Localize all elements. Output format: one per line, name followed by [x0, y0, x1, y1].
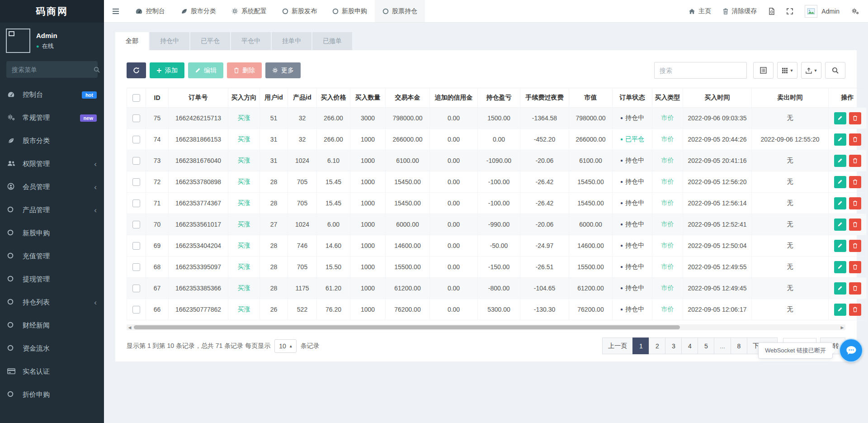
- page-2[interactable]: 2: [649, 337, 665, 354]
- row-delete-button[interactable]: [849, 282, 861, 295]
- clear-cache-link[interactable]: 清除缓存: [723, 7, 757, 15]
- page-3[interactable]: 3: [665, 337, 682, 354]
- filter-tab-0[interactable]: 全部: [115, 32, 149, 50]
- refresh-button[interactable]: [127, 62, 146, 78]
- sidebar-item-9[interactable]: 持仓列表‹: [0, 291, 104, 314]
- topnav-tab-3[interactable]: 新股发布: [274, 0, 325, 22]
- settings-gears-icon[interactable]: [851, 8, 859, 15]
- row-edit-button[interactable]: [834, 197, 846, 209]
- sidebar-item-5[interactable]: 产品管理‹: [0, 199, 104, 222]
- cell-profit_loss: 1500.00: [478, 108, 520, 129]
- page-8[interactable]: 8: [731, 337, 747, 354]
- filter-tab-2[interactable]: 已平仓: [190, 32, 230, 50]
- row-delete-button[interactable]: [849, 197, 861, 209]
- filter-tab-5[interactable]: 已撤单: [312, 32, 352, 50]
- page-prev[interactable]: 上一页: [602, 337, 633, 354]
- gear-icon: [272, 67, 278, 73]
- row-edit-button[interactable]: [834, 282, 846, 295]
- sidebar-item-7[interactable]: 充值管理: [0, 245, 104, 268]
- topnav-tab-0[interactable]: 控制台: [127, 0, 173, 22]
- sidebar-item-2[interactable]: 股市分类: [0, 129, 104, 152]
- row-edit-button[interactable]: [834, 112, 846, 124]
- row-edit-button[interactable]: [834, 133, 846, 146]
- delete-button[interactable]: 删除: [227, 62, 262, 78]
- row-checkbox[interactable]: [132, 157, 140, 165]
- topnav-tab-4[interactable]: 新股申购: [325, 0, 375, 22]
- scroll-right-arrow-icon[interactable]: ▶: [839, 324, 845, 330]
- export-button[interactable]: ▾: [801, 62, 821, 79]
- menu-toggle-icon[interactable]: [104, 0, 127, 22]
- customer-service-chat-button[interactable]: [840, 339, 862, 361]
- sidebar-item-10[interactable]: 财经新闻: [0, 314, 104, 337]
- row-checkbox[interactable]: [132, 114, 140, 122]
- toggle-view-button[interactable]: [753, 62, 774, 79]
- topnav-tab-2[interactable]: 系统配置: [224, 0, 274, 22]
- sidebar-item-13[interactable]: 折价申购: [0, 383, 104, 406]
- row-checkbox[interactable]: [132, 263, 140, 271]
- column-header-1: 订单号: [169, 88, 228, 108]
- websocket-tooltip: WebSocket 链接已断开: [758, 342, 833, 359]
- page-4[interactable]: 4: [681, 337, 698, 354]
- row-delete-button[interactable]: [849, 240, 861, 252]
- row-edit-button[interactable]: [834, 304, 846, 316]
- select-all-checkbox[interactable]: [132, 94, 140, 102]
- sidebar-item-4[interactable]: 会员管理‹: [0, 176, 104, 199]
- row-delete-button[interactable]: [849, 112, 861, 124]
- cell-principal: 15450.00: [386, 171, 430, 193]
- page-size-select[interactable]: 10▴: [274, 339, 297, 353]
- sidebar-item-1[interactable]: 常规管理new: [0, 106, 104, 129]
- row-delete-button[interactable]: [849, 304, 861, 316]
- row-checkbox[interactable]: [132, 178, 140, 186]
- scrollbar-thumb[interactable]: [134, 325, 680, 329]
- sidebar-item-3[interactable]: 权限管理‹: [0, 152, 104, 176]
- row-delete-button[interactable]: [849, 176, 861, 188]
- cell-fees: -26.51: [520, 257, 569, 278]
- table-search-input[interactable]: [654, 62, 747, 79]
- row-delete-button[interactable]: [849, 219, 861, 231]
- edit-button[interactable]: 编辑: [188, 62, 223, 78]
- cell-buy_time: 2022-09-05 12:56:14: [683, 193, 752, 214]
- search-button[interactable]: [825, 62, 845, 79]
- topnav-tab-1[interactable]: 股市分类: [173, 0, 224, 22]
- sidebar-item-12[interactable]: 实名认证: [0, 360, 104, 383]
- row-edit-button[interactable]: [834, 155, 846, 167]
- row-checkbox[interactable]: [132, 285, 140, 292]
- sidebar-item-6[interactable]: 新股申购: [0, 222, 104, 245]
- sidebar-search-input[interactable]: [12, 66, 94, 73]
- cell-select: [127, 235, 146, 257]
- row-edit-button[interactable]: [834, 261, 846, 273]
- row-checkbox[interactable]: [132, 200, 140, 207]
- row-delete-button[interactable]: [849, 133, 861, 146]
- horizontal-scrollbar[interactable]: ◀ ▶: [127, 324, 845, 330]
- row-delete-button[interactable]: [849, 155, 861, 167]
- user-menu[interactable]: Admin: [805, 5, 840, 18]
- more-button[interactable]: 更多: [265, 62, 301, 78]
- row-checkbox[interactable]: [132, 136, 140, 143]
- page-1[interactable]: 1: [632, 337, 649, 354]
- doc-refresh-icon[interactable]: [769, 8, 775, 15]
- fullscreen-icon[interactable]: [787, 8, 793, 14]
- row-delete-button[interactable]: [849, 261, 861, 273]
- filter-tab-1[interactable]: 持仓中: [150, 32, 189, 50]
- status-dot-icon: ●: [620, 307, 623, 312]
- brand-logo[interactable]: 码商网: [0, 0, 104, 23]
- cell-direction: 买涨: [228, 193, 260, 214]
- row-edit-button[interactable]: [834, 240, 846, 252]
- scroll-left-arrow-icon[interactable]: ◀: [127, 324, 133, 330]
- row-edit-button[interactable]: [834, 176, 846, 188]
- sidebar-item-11[interactable]: 资金流水: [0, 337, 104, 360]
- row-checkbox[interactable]: [132, 306, 140, 314]
- filter-tab-3[interactable]: 平仓中: [231, 32, 271, 50]
- sidebar-item-8[interactable]: 提现管理: [0, 268, 104, 291]
- row-checkbox[interactable]: [132, 242, 140, 250]
- columns-button[interactable]: ▾: [777, 62, 797, 79]
- page-5[interactable]: 5: [698, 337, 714, 354]
- filter-tab-4[interactable]: 挂单中: [272, 32, 311, 50]
- row-edit-button[interactable]: [834, 219, 846, 231]
- row-checkbox[interactable]: [132, 221, 140, 228]
- search-icon[interactable]: [94, 67, 100, 73]
- add-button[interactable]: 添加: [150, 62, 184, 78]
- home-link[interactable]: 主页: [689, 7, 711, 15]
- topnav-tab-5[interactable]: 股票持仓: [375, 0, 425, 22]
- sidebar-item-0[interactable]: 控制台hot: [0, 83, 104, 106]
